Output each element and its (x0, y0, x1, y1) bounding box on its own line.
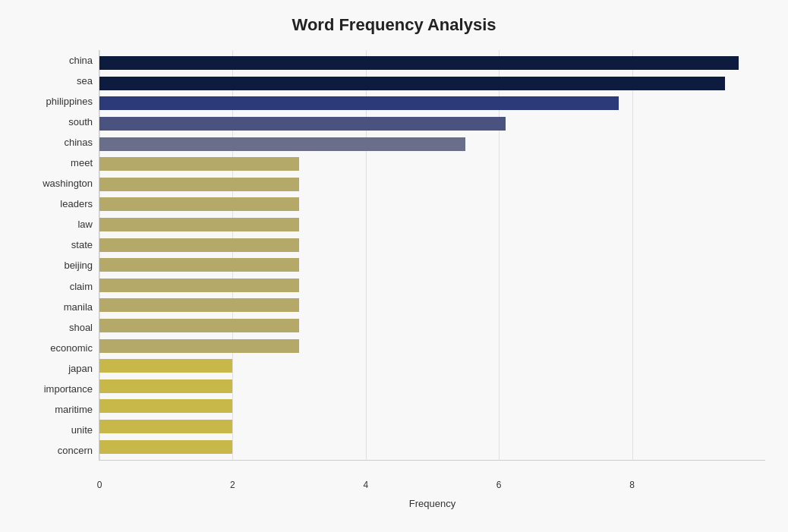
bar (99, 258, 299, 272)
x-tick: 0 (97, 480, 102, 490)
bars-wrapper (99, 50, 765, 460)
y-label: concern (58, 445, 93, 455)
bar (99, 117, 506, 131)
y-label: importance (44, 384, 93, 394)
bar-row (99, 417, 765, 437)
bar-row (99, 335, 765, 356)
bar (99, 157, 299, 171)
bar-row (99, 396, 765, 417)
bar (99, 298, 299, 312)
bar-row (99, 215, 765, 235)
bar (99, 218, 299, 231)
bar (99, 96, 619, 110)
chart-area: chinaseaphilippinessouthchinasmeetwashin… (23, 50, 765, 461)
y-label: state (71, 240, 93, 250)
y-label: shoal (69, 323, 93, 332)
y-label: manila (64, 302, 93, 312)
bar-row (99, 356, 765, 376)
y-label: maritime (55, 405, 93, 414)
bars-area: 02468 Frequency (99, 50, 765, 461)
bar-row (99, 316, 765, 336)
bar-row (99, 295, 765, 316)
bar-row (99, 194, 765, 215)
x-axis-label: Frequency (409, 498, 455, 509)
bar (99, 279, 299, 292)
y-axis-labels: chinaseaphilippinessouthchinasmeetwashin… (23, 50, 99, 461)
y-label: law (77, 219, 93, 229)
chart-title: Word Frequency Analysis (23, 15, 765, 35)
bar (99, 420, 232, 433)
y-label: south (68, 117, 93, 127)
y-label: claim (70, 282, 93, 291)
bar (99, 399, 232, 413)
y-label: beijing (64, 260, 93, 270)
bar (99, 238, 299, 252)
bar (99, 178, 299, 191)
bar (99, 197, 299, 211)
y-label: unite (71, 425, 93, 435)
x-tick: 2 (230, 480, 235, 490)
y-label: meet (71, 158, 93, 168)
y-label: philippines (46, 96, 93, 106)
y-label: sea (77, 76, 93, 86)
bar (99, 319, 299, 332)
bar (99, 77, 725, 90)
bar-row (99, 235, 765, 255)
bar (99, 359, 232, 373)
bar-row (99, 376, 765, 397)
bar-row (99, 74, 765, 94)
y-label: china (69, 55, 93, 65)
bar (99, 56, 739, 70)
y-label: japan (68, 364, 93, 373)
y-label: washington (43, 178, 93, 188)
bar (99, 379, 232, 393)
bar-row (99, 53, 765, 74)
bar (99, 339, 299, 353)
bar-row (99, 134, 765, 154)
bar-row (99, 275, 765, 296)
bar-row (99, 93, 765, 114)
chart-container: Word Frequency Analysis chinaseaphilippi… (0, 0, 788, 532)
y-label: chinas (64, 137, 93, 147)
bar-row (99, 436, 765, 457)
y-label: economic (50, 343, 93, 353)
bar-row (99, 114, 765, 134)
bar-row (99, 175, 765, 195)
x-tick: 6 (496, 480, 502, 490)
x-tick: 4 (363, 480, 368, 490)
bar-row (99, 154, 765, 175)
bar (99, 137, 465, 151)
y-label: leaders (60, 199, 93, 209)
x-tick: 8 (629, 480, 635, 490)
bar-row (99, 255, 765, 275)
bar (99, 440, 232, 454)
